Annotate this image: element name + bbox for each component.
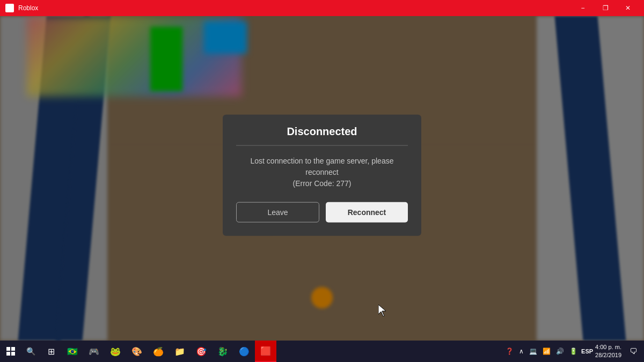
dialog-buttons: Leave Reconnect <box>236 202 408 222</box>
taskbar-app6-icon[interactable]: 🐉 <box>212 341 233 362</box>
taskbar-app2-icon[interactable]: 🐸 <box>105 341 126 362</box>
minimize-button[interactable]: − <box>572 0 594 16</box>
taskbar-chevron-icon[interactable]: ∧ <box>517 348 525 355</box>
taskbar-roblox-icon[interactable]: 🟥 <box>255 341 276 362</box>
start-button[interactable] <box>0 341 21 362</box>
taskbar-search-button[interactable]: 🔍 <box>21 341 40 362</box>
dialog-title: Disconnected <box>236 125 408 137</box>
taskbar-date-value: 28/2/2019 <box>595 351 621 359</box>
taskbar-apps-icon[interactable]: ⊞ <box>40 341 62 362</box>
taskbar-battery-icon[interactable]: 🔋 <box>568 348 579 355</box>
taskbar-app3-icon[interactable]: 🎨 <box>126 341 148 362</box>
taskbar-app4-icon[interactable]: 🍊 <box>148 341 169 362</box>
app-title: Roblox <box>18 4 38 12</box>
maximize-button[interactable]: ❐ <box>595 0 616 16</box>
taskbar-app5-icon[interactable]: 🎯 <box>191 341 212 362</box>
taskbar-help-icon[interactable]: ❓ <box>504 348 515 355</box>
taskbar-app1-icon[interactable]: 🎮 <box>83 341 105 362</box>
roblox-logo-icon <box>5 4 14 12</box>
search-icon: 🔍 <box>26 347 35 356</box>
disconnected-dialog: Disconnected Lost connection to the game… <box>223 114 421 235</box>
taskbar: 🔍 ⊞ 🇧🇷 🎮 🐸 🎨 🍊 📁 🎯 🐉 🔵 🟥 ❓ ∧ 💻 📶 🔊 🔋 ESP… <box>0 341 644 362</box>
taskbar-brazil-icon[interactable]: 🇧🇷 <box>62 341 83 362</box>
taskbar-folder-icon[interactable]: 📁 <box>169 341 191 362</box>
leave-button[interactable]: Leave <box>236 202 319 222</box>
title-bar-left: Roblox <box>5 4 38 12</box>
language-indicator: ESP <box>581 348 593 354</box>
taskbar-time-value: 4:00 p. m. <box>595 343 621 351</box>
taskbar-volume-icon[interactable]: 🔊 <box>554 348 566 355</box>
window-controls: − ❐ ✕ <box>572 0 639 16</box>
taskbar-chrome-icon[interactable]: 🔵 <box>233 341 255 362</box>
reconnect-button[interactable]: Reconnect <box>326 202 408 222</box>
taskbar-wifi-icon[interactable]: 📶 <box>541 348 552 355</box>
title-bar: Roblox − ❐ ✕ <box>0 0 644 16</box>
dialog-message: Lost connection to the game server, plea… <box>236 155 408 189</box>
dialog-divider <box>236 145 408 145</box>
taskbar-system-tray: ❓ ∧ 💻 📶 🔊 🔋 ESP 4:00 p. m. 28/2/2019 🗨 <box>504 343 644 360</box>
taskbar-pc-icon[interactable]: 💻 <box>528 348 539 355</box>
taskbar-clock[interactable]: 4:00 p. m. 28/2/2019 <box>595 343 621 360</box>
close-button[interactable]: ✕ <box>617 0 639 16</box>
taskbar-pinned-apps: ⊞ 🇧🇷 🎮 🐸 🎨 🍊 📁 🎯 🐉 🔵 🟥 <box>40 341 276 362</box>
windows-icon <box>6 347 15 356</box>
taskbar-notification-icon[interactable]: 🗨 <box>628 347 639 356</box>
